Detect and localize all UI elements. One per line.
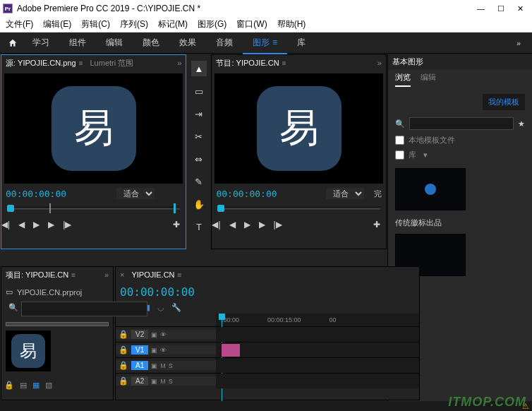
track-select-tool[interactable]: ▭ bbox=[191, 83, 207, 99]
track-name[interactable]: V2 bbox=[131, 330, 148, 339]
timeline-timecode[interactable]: 00:00:00:00 bbox=[120, 285, 195, 299]
close-button[interactable]: ✕ bbox=[517, 4, 524, 13]
local-templates-checkbox[interactable] bbox=[395, 136, 404, 145]
step-fwd-button[interactable]: ▶ bbox=[48, 220, 54, 230]
step-back-button[interactable]: ◀ bbox=[229, 220, 236, 230]
project-file-row[interactable]: ▭YIPOJIE.CN.prproj bbox=[6, 285, 109, 299]
program-timecode[interactable]: 00:00:00:00 bbox=[216, 189, 277, 199]
workspace-tab[interactable]: 组件 bbox=[59, 32, 96, 54]
solo-button[interactable]: S bbox=[169, 362, 173, 369]
track-lane[interactable] bbox=[216, 374, 419, 388]
browse-tab[interactable]: 浏览 bbox=[395, 72, 411, 87]
graphics-search-input[interactable] bbox=[409, 117, 514, 130]
minimize-button[interactable]: — bbox=[477, 4, 485, 13]
track-lane[interactable] bbox=[216, 358, 419, 373]
mark-in-button[interactable]: ◀| bbox=[1, 220, 10, 230]
menu-item[interactable]: 窗口(W) bbox=[236, 18, 267, 30]
selection-tool[interactable]: ▲ bbox=[191, 61, 207, 76]
add-button[interactable]: ✚ bbox=[173, 220, 186, 230]
template-thumb[interactable] bbox=[395, 168, 466, 210]
mute-button[interactable]: M bbox=[160, 362, 166, 369]
library-checkbox[interactable] bbox=[395, 150, 404, 160]
workspace-tab[interactable]: 图形≡ bbox=[243, 32, 287, 54]
track-toggle[interactable]: ▣ bbox=[151, 378, 157, 385]
track-name[interactable]: V1 bbox=[131, 345, 148, 355]
menu-item[interactable]: 标记(M) bbox=[158, 18, 188, 30]
chevron-down-icon[interactable]: ▾ bbox=[423, 150, 428, 160]
my-templates-button[interactable]: 我的模板 bbox=[483, 94, 525, 110]
menu-item[interactable]: 图形(G) bbox=[198, 18, 226, 30]
mark-out-button[interactable]: |▶ bbox=[63, 220, 71, 230]
workspace-tab[interactable]: 效果 bbox=[169, 32, 206, 54]
lock-icon[interactable]: 🔒 bbox=[119, 361, 128, 370]
menu-item[interactable]: 文件(F) bbox=[6, 18, 33, 30]
wrench-icon[interactable]: 🔧 bbox=[171, 303, 181, 312]
project-filter-bar[interactable] bbox=[6, 322, 109, 326]
program-tab[interactable]: 节目: YIPOJIE.CN≡ bbox=[216, 58, 286, 68]
track-toggle[interactable]: ▣ bbox=[151, 362, 157, 369]
eye-icon[interactable]: 👁 bbox=[160, 347, 167, 354]
timeline-tab[interactable]: YIPOJIE.CN≡ bbox=[131, 270, 181, 279]
program-monitor[interactable]: 易 bbox=[212, 71, 386, 186]
track-toggle[interactable]: ▣ bbox=[151, 347, 157, 354]
mark-out-button[interactable]: |▶ bbox=[274, 220, 282, 230]
track-lane[interactable] bbox=[216, 327, 419, 342]
mark-in-button[interactable]: ◀| bbox=[212, 220, 220, 230]
list-view-button[interactable]: ▤ bbox=[20, 381, 27, 390]
menu-item[interactable]: 序列(S) bbox=[120, 18, 148, 30]
lock-icon[interactable]: 🔒 bbox=[119, 345, 128, 355]
home-button[interactable] bbox=[3, 33, 23, 53]
source-zoom-select[interactable]: 适合 bbox=[116, 188, 155, 199]
source-timecode[interactable]: 00:00:00:00 bbox=[6, 189, 66, 199]
workspace-tab[interactable]: 库 bbox=[287, 32, 315, 54]
menu-item[interactable]: 编辑(E) bbox=[43, 18, 71, 30]
menu-item[interactable]: 帮助(H) bbox=[277, 18, 306, 30]
freeform-view-button[interactable]: ▧ bbox=[45, 381, 52, 390]
panel-expand-button[interactable]: » bbox=[104, 270, 109, 279]
program-scrubber[interactable] bbox=[217, 202, 380, 215]
lock-icon[interactable]: 🔒 bbox=[119, 330, 128, 339]
panel-expand-button[interactable]: » bbox=[177, 59, 181, 67]
project-tab[interactable]: 项目: YIPOJIE.CN≡ bbox=[6, 270, 75, 280]
timeline-ruler[interactable]: :00:00 00:00:15:00 00 bbox=[216, 314, 419, 326]
slip-tool[interactable]: ⇔ bbox=[191, 151, 207, 167]
step-back-button[interactable]: ◀ bbox=[18, 220, 25, 230]
workspace-tab[interactable]: 颜色 bbox=[133, 32, 169, 54]
graphics-panel-title[interactable]: 基本图形 bbox=[392, 56, 423, 67]
timeline-close[interactable]: × bbox=[120, 270, 124, 279]
track-lane[interactable] bbox=[216, 342, 419, 357]
play-button[interactable]: ▶ bbox=[33, 220, 40, 230]
workspace-more-button[interactable]: » bbox=[508, 39, 529, 47]
maximize-button[interactable]: ☐ bbox=[497, 4, 504, 13]
track-name[interactable]: A2 bbox=[131, 376, 148, 386]
program-zoom-select[interactable]: 适合 bbox=[326, 188, 364, 199]
solo-button[interactable]: S bbox=[169, 378, 173, 385]
bin-item[interactable]: 易 bbox=[6, 330, 51, 371]
step-fwd-button[interactable]: ▶ bbox=[259, 220, 265, 230]
workspace-tab[interactable]: 编辑 bbox=[96, 32, 133, 54]
eye-icon[interactable]: 👁 bbox=[160, 331, 167, 338]
razor-tool[interactable]: ✂ bbox=[191, 129, 207, 144]
icon-view-button[interactable]: ▦ bbox=[32, 381, 40, 390]
project-search-input[interactable] bbox=[21, 302, 147, 316]
settings-button[interactable]: ◡ bbox=[157, 303, 164, 312]
ripple-edit-tool[interactable]: ⇥ bbox=[191, 106, 207, 121]
type-tool[interactable]: T bbox=[191, 219, 207, 234]
menu-item[interactable]: 剪辑(C) bbox=[81, 18, 110, 30]
track-toggle[interactable]: ▣ bbox=[151, 331, 157, 338]
mute-button[interactable]: M bbox=[160, 378, 166, 385]
source-monitor[interactable]: 易 bbox=[1, 71, 186, 186]
panel-expand-button[interactable]: » bbox=[377, 59, 382, 67]
workspace-tab[interactable]: 音频 bbox=[206, 32, 243, 54]
favorite-icon[interactable]: ★ bbox=[518, 119, 525, 129]
workspace-tab[interactable]: 学习 bbox=[23, 32, 59, 54]
pen-tool[interactable]: ✎ bbox=[191, 174, 207, 189]
source-tab[interactable]: 源: YIPOJIE.CN.png≡ bbox=[6, 58, 83, 68]
lumetri-tab[interactable]: Lumetri 范围 bbox=[90, 58, 134, 68]
hand-tool[interactable]: ✋ bbox=[191, 196, 207, 212]
track-name[interactable]: A1 bbox=[131, 361, 148, 370]
lock-icon[interactable]: 🔒 bbox=[119, 376, 128, 386]
program-zoom2[interactable]: 完 bbox=[374, 189, 382, 199]
edit-tab[interactable]: 编辑 bbox=[421, 72, 436, 87]
clip[interactable] bbox=[222, 344, 240, 357]
